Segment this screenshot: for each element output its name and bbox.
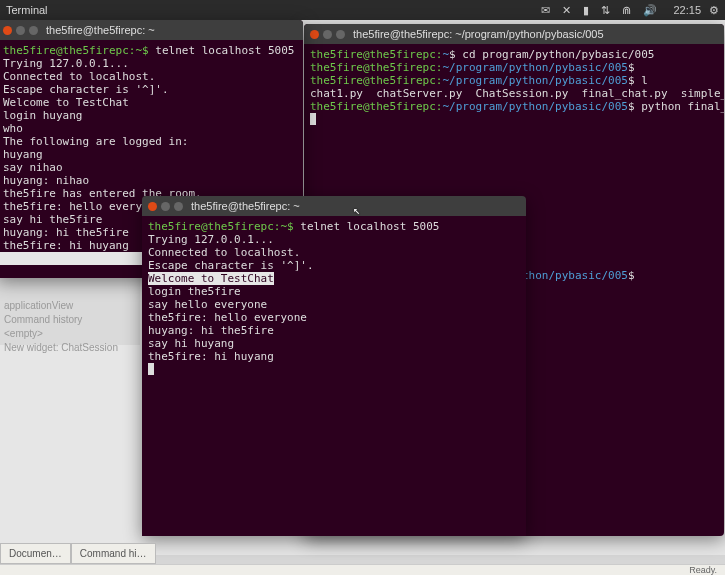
minimize-icon[interactable]: [323, 30, 332, 39]
line: say hi the5fire: [3, 213, 102, 226]
prompt: the5fire@the5firepc:~$: [3, 44, 149, 57]
bg-sidebar-label-2: Command history: [4, 314, 82, 325]
bg-sidebar-label-3: <empty>: [4, 328, 43, 339]
line: the5fire: hello everyone: [3, 200, 162, 213]
ls-output: chat1.py chatServer.py ChatSession.py fi…: [310, 87, 724, 100]
maximize-icon[interactable]: [29, 26, 38, 35]
terminal-titlebar[interactable]: the5fire@the5firepc: ~/program/python/py…: [304, 24, 724, 44]
messages-icon[interactable]: ✕: [562, 4, 575, 17]
cmd-l: l: [641, 74, 648, 87]
cmd-cd: cd program/python/pybasic/005: [462, 48, 654, 61]
line: the5fire: hi huyang: [3, 239, 129, 252]
line: say nihao: [3, 161, 63, 174]
line: login the5fire: [148, 285, 241, 298]
mouse-pointer-icon: ↖: [353, 203, 360, 217]
maximize-icon[interactable]: [336, 30, 345, 39]
line: who: [3, 122, 23, 135]
line: the5fire: hello everyone: [148, 311, 307, 324]
line: say hello everyone: [148, 298, 267, 311]
line: Welcome to TestChat: [3, 96, 129, 109]
line: Connected to localhost.: [148, 246, 300, 259]
line: Escape character is '^]'.: [3, 83, 169, 96]
terminal-title: the5fire@the5firepc: ~: [191, 200, 300, 212]
close-icon[interactable]: [310, 30, 319, 39]
panel-title: Terminal: [6, 4, 48, 16]
line: say hi huyang: [148, 337, 234, 350]
close-icon[interactable]: [3, 26, 12, 35]
line: The following are logged in:: [3, 135, 188, 148]
prompt: the5fire@the5firepc:: [310, 74, 442, 87]
minimize-icon[interactable]: [161, 202, 170, 211]
window-controls: [148, 202, 183, 211]
path: ~/program/python/pybasic/005: [442, 74, 627, 87]
bg-sidebar-label-4: New widget: ChatSession: [4, 342, 118, 353]
line: huyang: hi the5fire: [3, 226, 129, 239]
tab-command-history[interactable]: Command hi…: [71, 543, 156, 564]
volume-icon[interactable]: 🔊: [643, 4, 661, 17]
mail-icon[interactable]: ✉: [541, 4, 554, 17]
line: the5fire: hi huyang: [148, 350, 274, 363]
prompt: the5fire@the5firepc:: [310, 48, 442, 61]
window-controls: [310, 30, 345, 39]
cursor: [148, 363, 154, 375]
maximize-icon[interactable]: [174, 202, 183, 211]
cmd-python: python final_chat.py: [641, 100, 724, 113]
bottom-tabs: Documen… Command hi…: [0, 543, 156, 564]
line: huyang: nihao: [3, 174, 89, 187]
close-icon[interactable]: [148, 202, 157, 211]
line: Trying 127.0.0.1...: [148, 233, 274, 246]
window-controls: [3, 26, 38, 35]
prompt: the5fire@the5firepc:~$: [148, 220, 294, 233]
battery-icon[interactable]: ▮: [583, 4, 593, 17]
cmd-line: $: [449, 48, 462, 61]
cursor: [310, 113, 316, 125]
terminal-title: the5fire@the5firepc: ~: [46, 24, 155, 36]
status-text: Ready.: [689, 565, 717, 575]
line: Connected to localhost.: [3, 70, 155, 83]
clock[interactable]: 22:15: [673, 4, 701, 16]
line: Trying 127.0.0.1...: [3, 57, 129, 70]
cmd-telnet: telnet localhost 5005: [155, 44, 294, 57]
tab-documents[interactable]: Documen…: [0, 543, 71, 564]
path: ~/program/python/pybasic/005: [442, 100, 627, 113]
minimize-icon[interactable]: [16, 26, 25, 35]
line: Escape character is '^]'.: [148, 259, 314, 272]
bg-sidebar-label-1: applicationView: [4, 300, 73, 311]
gear-icon[interactable]: ⚙: [709, 4, 719, 17]
line: huyang: hi the5fire: [148, 324, 274, 337]
terminal-titlebar[interactable]: the5fire@the5firepc: ~: [142, 196, 526, 216]
cmd-telnet: telnet localhost 5005: [300, 220, 439, 233]
wifi-icon[interactable]: ⋒: [622, 4, 635, 17]
panel-indicators: ✉ ✕ ▮ ⇅ ⋒ 🔊 22:15 ⚙: [541, 4, 719, 17]
terminal-titlebar[interactable]: the5fire@the5firepc: ~: [0, 20, 303, 40]
network-icon[interactable]: ⇅: [601, 4, 614, 17]
terminal-body[interactable]: the5fire@the5firepc:~$ telnet localhost …: [142, 216, 526, 380]
line: huyang: [3, 148, 43, 161]
status-bar: Ready.: [0, 564, 725, 575]
prompt: the5fire@the5firepc:: [310, 100, 442, 113]
line-highlighted: Welcome to TestChat: [148, 272, 274, 285]
terminal-title: the5fire@the5firepc: ~/program/python/py…: [353, 28, 604, 40]
prompt: the5fire@the5firepc:: [310, 61, 442, 74]
path: ~/program/python/pybasic/005: [442, 61, 627, 74]
line: login huyang: [3, 109, 82, 122]
top-panel: Terminal ✉ ✕ ▮ ⇅ ⋒ 🔊 22:15 ⚙: [0, 0, 725, 20]
terminal-the5fire[interactable]: the5fire@the5firepc: ~ the5fire@the5fire…: [142, 196, 526, 536]
